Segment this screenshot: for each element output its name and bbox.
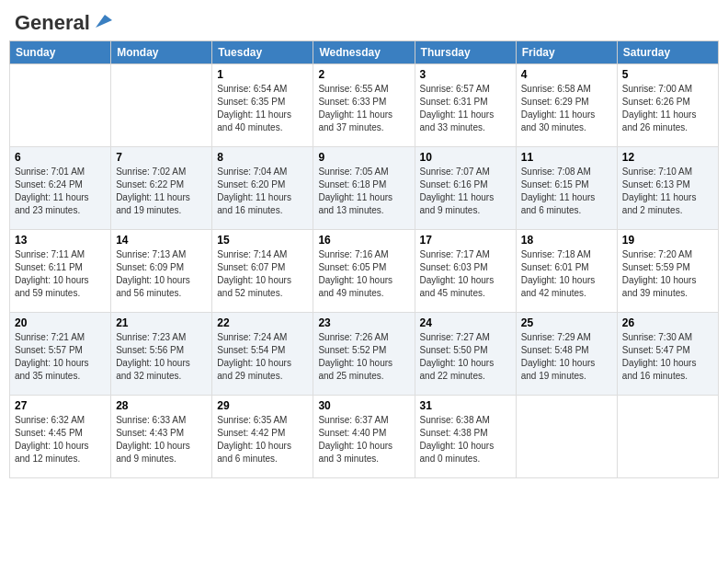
day-info: Sunrise: 7:13 AMSunset: 6:09 PMDaylight:…	[116, 248, 207, 300]
weekday-header-row: SundayMondayTuesdayWednesdayThursdayFrid…	[10, 41, 719, 64]
day-info: Sunrise: 6:54 AMSunset: 6:35 PMDaylight:…	[217, 83, 308, 134]
day-info: Sunrise: 7:10 AMSunset: 6:13 PMDaylight:…	[622, 166, 713, 217]
calendar-cell: 4Sunrise: 6:58 AMSunset: 6:29 PMDaylight…	[516, 64, 617, 147]
day-number: 27	[15, 399, 106, 412]
calendar-cell: 19Sunrise: 7:20 AMSunset: 5:59 PMDayligh…	[617, 230, 718, 313]
calendar-cell: 31Sunrise: 6:38 AMSunset: 4:38 PMDayligh…	[415, 396, 516, 478]
weekday-header-tuesday: Tuesday	[212, 41, 313, 64]
day-number: 25	[521, 316, 612, 329]
day-info: Sunrise: 7:27 AMSunset: 5:50 PMDaylight:…	[420, 331, 511, 383]
day-number: 31	[420, 399, 511, 412]
weekday-header-saturday: Saturday	[617, 41, 718, 64]
day-number: 21	[116, 316, 207, 329]
day-number: 26	[622, 316, 713, 329]
day-info: Sunrise: 7:18 AMSunset: 6:01 PMDaylight:…	[521, 248, 612, 300]
day-number: 19	[622, 234, 713, 247]
calendar-cell: 22Sunrise: 7:24 AMSunset: 5:54 PMDayligh…	[212, 313, 313, 396]
calendar-cell: 7Sunrise: 7:02 AMSunset: 6:22 PMDaylight…	[111, 147, 212, 230]
calendar-table: SundayMondayTuesdayWednesdayThursdayFrid…	[9, 40, 719, 478]
day-info: Sunrise: 7:07 AMSunset: 6:16 PMDaylight:…	[420, 166, 511, 217]
calendar-cell: 3Sunrise: 6:57 AMSunset: 6:31 PMDaylight…	[415, 64, 516, 147]
weekday-header-thursday: Thursday	[415, 41, 516, 64]
day-info: Sunrise: 6:38 AMSunset: 4:38 PMDaylight:…	[420, 414, 511, 465]
day-number: 7	[116, 151, 207, 164]
weekday-header-wednesday: Wednesday	[313, 41, 415, 64]
day-info: Sunrise: 7:14 AMSunset: 6:07 PMDaylight:…	[217, 248, 308, 300]
calendar-week-row: 6Sunrise: 7:01 AMSunset: 6:24 PMDaylight…	[10, 147, 719, 230]
day-info: Sunrise: 7:20 AMSunset: 5:59 PMDaylight:…	[622, 248, 713, 300]
day-info: Sunrise: 6:57 AMSunset: 6:31 PMDaylight:…	[420, 83, 511, 134]
day-info: Sunrise: 6:55 AMSunset: 6:33 PMDaylight:…	[318, 83, 409, 134]
calendar-cell: 8Sunrise: 7:04 AMSunset: 6:20 PMDaylight…	[212, 147, 313, 230]
calendar-cell: 10Sunrise: 7:07 AMSunset: 6:16 PMDayligh…	[415, 147, 516, 230]
calendar-week-row: 27Sunrise: 6:32 AMSunset: 4:45 PMDayligh…	[10, 396, 719, 478]
day-info: Sunrise: 7:02 AMSunset: 6:22 PMDaylight:…	[116, 166, 207, 217]
calendar-cell	[10, 64, 111, 147]
day-info: Sunrise: 6:37 AMSunset: 4:40 PMDaylight:…	[318, 414, 409, 465]
calendar-cell: 14Sunrise: 7:13 AMSunset: 6:09 PMDayligh…	[111, 230, 212, 313]
day-info: Sunrise: 7:00 AMSunset: 6:26 PMDaylight:…	[622, 83, 713, 134]
calendar-cell: 26Sunrise: 7:30 AMSunset: 5:47 PMDayligh…	[617, 313, 718, 396]
calendar-cell: 18Sunrise: 7:18 AMSunset: 6:01 PMDayligh…	[516, 230, 617, 313]
page-header: General	[9, 9, 719, 33]
calendar-cell: 15Sunrise: 7:14 AMSunset: 6:07 PMDayligh…	[212, 230, 313, 313]
calendar-cell	[617, 396, 718, 478]
calendar-cell: 11Sunrise: 7:08 AMSunset: 6:15 PMDayligh…	[516, 147, 617, 230]
day-info: Sunrise: 7:17 AMSunset: 6:03 PMDaylight:…	[420, 248, 511, 300]
day-number: 18	[521, 234, 612, 247]
day-number: 5	[622, 68, 713, 81]
calendar-cell: 17Sunrise: 7:17 AMSunset: 6:03 PMDayligh…	[415, 230, 516, 313]
calendar-cell: 1Sunrise: 6:54 AMSunset: 6:35 PMDaylight…	[212, 64, 313, 147]
logo: General	[15, 13, 112, 29]
day-number: 8	[217, 151, 308, 164]
day-number: 20	[15, 316, 106, 329]
day-number: 6	[15, 151, 106, 164]
calendar-cell: 30Sunrise: 6:37 AMSunset: 4:40 PMDayligh…	[313, 396, 415, 478]
day-number: 16	[318, 234, 409, 247]
calendar-cell: 13Sunrise: 7:11 AMSunset: 6:11 PMDayligh…	[10, 230, 111, 313]
day-info: Sunrise: 7:29 AMSunset: 5:48 PMDaylight:…	[521, 331, 612, 383]
calendar-cell: 23Sunrise: 7:26 AMSunset: 5:52 PMDayligh…	[313, 313, 415, 396]
calendar-cell	[111, 64, 212, 147]
day-info: Sunrise: 7:11 AMSunset: 6:11 PMDaylight:…	[15, 248, 106, 300]
day-info: Sunrise: 6:35 AMSunset: 4:42 PMDaylight:…	[217, 414, 308, 465]
calendar-week-row: 13Sunrise: 7:11 AMSunset: 6:11 PMDayligh…	[10, 230, 719, 313]
day-number: 28	[116, 399, 207, 412]
calendar-cell	[516, 396, 617, 478]
day-info: Sunrise: 7:01 AMSunset: 6:24 PMDaylight:…	[15, 166, 106, 217]
calendar-cell: 21Sunrise: 7:23 AMSunset: 5:56 PMDayligh…	[111, 313, 212, 396]
logo-bird-icon	[92, 11, 112, 31]
calendar-cell: 12Sunrise: 7:10 AMSunset: 6:13 PMDayligh…	[617, 147, 718, 230]
day-info: Sunrise: 6:32 AMSunset: 4:45 PMDaylight:…	[15, 414, 106, 465]
weekday-header-sunday: Sunday	[10, 41, 111, 64]
day-info: Sunrise: 7:04 AMSunset: 6:20 PMDaylight:…	[217, 166, 308, 217]
day-info: Sunrise: 6:33 AMSunset: 4:43 PMDaylight:…	[116, 414, 207, 465]
day-info: Sunrise: 7:26 AMSunset: 5:52 PMDaylight:…	[318, 331, 409, 383]
day-number: 2	[318, 68, 409, 81]
weekday-header-monday: Monday	[111, 41, 212, 64]
day-number: 15	[217, 234, 308, 247]
day-number: 29	[217, 399, 308, 412]
calendar-cell: 28Sunrise: 6:33 AMSunset: 4:43 PMDayligh…	[111, 396, 212, 478]
day-number: 10	[420, 151, 511, 164]
day-info: Sunrise: 7:21 AMSunset: 5:57 PMDaylight:…	[15, 331, 106, 383]
weekday-header-friday: Friday	[516, 41, 617, 64]
calendar-week-row: 1Sunrise: 6:54 AMSunset: 6:35 PMDaylight…	[10, 64, 719, 147]
day-number: 13	[15, 234, 106, 247]
day-info: Sunrise: 7:16 AMSunset: 6:05 PMDaylight:…	[318, 248, 409, 300]
day-number: 24	[420, 316, 511, 329]
day-number: 12	[622, 151, 713, 164]
day-info: Sunrise: 7:08 AMSunset: 6:15 PMDaylight:…	[521, 166, 612, 217]
day-number: 11	[521, 151, 612, 164]
calendar-cell: 9Sunrise: 7:05 AMSunset: 6:18 PMDaylight…	[313, 147, 415, 230]
day-number: 1	[217, 68, 308, 81]
day-number: 23	[318, 316, 409, 329]
day-number: 4	[521, 68, 612, 81]
day-number: 14	[116, 234, 207, 247]
day-info: Sunrise: 7:30 AMSunset: 5:47 PMDaylight:…	[622, 331, 713, 383]
logo-general: General	[15, 13, 90, 33]
calendar-cell: 5Sunrise: 7:00 AMSunset: 6:26 PMDaylight…	[617, 64, 718, 147]
calendar-week-row: 20Sunrise: 7:21 AMSunset: 5:57 PMDayligh…	[10, 313, 719, 396]
calendar-cell: 24Sunrise: 7:27 AMSunset: 5:50 PMDayligh…	[415, 313, 516, 396]
calendar-cell: 20Sunrise: 7:21 AMSunset: 5:57 PMDayligh…	[10, 313, 111, 396]
